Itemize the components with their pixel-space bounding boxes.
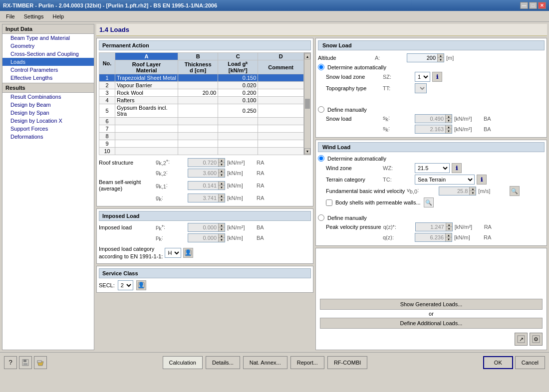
gk2star-input[interactable] — [188, 159, 218, 167]
gk2star-up[interactable]: ▲ — [219, 159, 225, 163]
terrain-select[interactable]: Sea Terrain Open Country Suburban City — [415, 175, 475, 185]
table-scrollbar[interactable]: ▲ ▼ — [304, 52, 311, 155]
gk2-up[interactable]: ▲ — [219, 169, 225, 173]
minimize-button[interactable]: — — [520, 2, 528, 9]
menu-settings[interactable]: Settings — [20, 12, 48, 20]
gk1-up[interactable]: ▲ — [219, 182, 225, 186]
ok-button[interactable]: OK — [483, 356, 513, 369]
sk-dn[interactable]: ▼ — [446, 129, 452, 133]
gk-input-group[interactable]: ▲▼ — [188, 194, 225, 202]
qz-dn[interactable]: ▼ — [446, 237, 452, 241]
table-row[interactable]: 10 — [99, 148, 304, 155]
qz-star-dn[interactable]: ▼ — [446, 227, 452, 231]
pkstar-input-group[interactable]: ▲▼ — [188, 223, 225, 232]
imposed-category-select[interactable]: H A B C D E F G — [165, 248, 181, 258]
sidebar-item-cross-section[interactable]: Cross-Section and Coupling — [2, 50, 94, 58]
show-generated-loads-button[interactable]: Show Generated Loads... — [320, 299, 543, 310]
table-row[interactable]: 2 Vapour Barrier 0.020 — [99, 82, 304, 89]
scrollbar-down[interactable]: ▼ — [304, 148, 310, 154]
scrollbar-up[interactable]: ▲ — [304, 53, 310, 59]
vb0-search[interactable]: 🔍 — [510, 186, 520, 196]
export-icon[interactable]: ↗ — [515, 333, 528, 346]
imposed-category-info[interactable]: 👤 — [183, 248, 193, 258]
details-button[interactable]: Details... — [206, 356, 240, 369]
body-shells-info[interactable]: 🔍 — [424, 197, 434, 207]
table-row[interactable]: 9 — [99, 140, 304, 148]
close-button[interactable]: ✕ — [538, 2, 546, 9]
help-icon-btn[interactable]: ? — [4, 356, 17, 369]
wind-zone-info[interactable]: ℹ — [452, 163, 462, 173]
sk-input[interactable] — [415, 125, 445, 133]
altitude-dn[interactable]: ▼ — [438, 58, 444, 62]
terrain-info[interactable]: ℹ — [477, 175, 487, 185]
qz-up[interactable]: ▲ — [446, 233, 452, 237]
vb0-up[interactable]: ▲ — [470, 187, 476, 191]
table-row[interactable]: 7 — [99, 125, 304, 133]
sk-star-up[interactable]: ▲ — [446, 115, 452, 119]
wind-auto-radio[interactable] — [318, 155, 324, 162]
snow-auto-radio[interactable] — [318, 64, 324, 70]
body-shells-checkbox[interactable] — [326, 199, 332, 206]
table-row[interactable]: 6 — [99, 118, 304, 125]
cancel-button[interactable]: Cancel — [515, 356, 545, 369]
menu-file[interactable]: File — [2, 12, 19, 20]
secl-select[interactable]: 2 1 3 — [118, 280, 133, 290]
gk2star-dn[interactable]: ▼ — [219, 163, 225, 167]
gk1-input[interactable] — [188, 182, 218, 190]
sk-star-input-group[interactable]: ▲▼ — [415, 114, 452, 123]
altitude-input[interactable] — [407, 54, 437, 62]
sk-star-dn[interactable]: ▼ — [446, 119, 452, 123]
secl-info[interactable]: 👤 — [136, 280, 146, 290]
sk-input-group[interactable]: ▲▼ — [415, 125, 452, 134]
sidebar-item-beam-type[interactable]: Beam Type and Material — [2, 34, 94, 42]
pk-up[interactable]: ▲ — [219, 234, 225, 238]
sidebar-item-deformations[interactable]: Deformations — [2, 133, 94, 141]
sidebar-item-geometry[interactable]: Geometry — [2, 42, 94, 50]
snow-manual-radio[interactable] — [318, 106, 324, 113]
qz-star-input[interactable] — [416, 223, 446, 231]
sidebar-item-design-by-span[interactable]: Design by Span — [2, 109, 94, 117]
gk1-input-group[interactable]: ▲▼ — [188, 181, 225, 190]
gk-input[interactable] — [188, 194, 218, 202]
define-additional-loads-button[interactable]: Define Additional Loads... — [320, 318, 543, 329]
altitude-input-group[interactable]: ▲▼ — [407, 53, 444, 62]
calculation-button[interactable]: Calculation — [163, 356, 203, 369]
gk2-input[interactable] — [188, 169, 218, 177]
pk-dn[interactable]: ▼ — [219, 238, 225, 242]
save-icon-btn[interactable] — [19, 356, 32, 369]
sidebar-item-design-by-location[interactable]: Design by Location X — [2, 117, 94, 125]
menu-help[interactable]: Help — [48, 12, 68, 20]
vb0-input[interactable] — [439, 187, 469, 195]
sidebar-item-design-by-beam[interactable]: Design by Beam — [2, 101, 94, 109]
gk2star-input-group[interactable]: ▲▼ — [188, 158, 225, 167]
vb0-input-group[interactable]: ▲▼ — [439, 187, 476, 196]
gk-up[interactable]: ▲ — [219, 194, 225, 198]
gk2-dn[interactable]: ▼ — [219, 173, 225, 177]
snow-zone-select[interactable]: 1 2 3 — [415, 72, 430, 82]
sidebar-item-support-forces[interactable]: Support Forces — [2, 125, 94, 133]
wind-zone-select[interactable]: 21.5 22.5 23.5 — [415, 163, 450, 173]
topography-select[interactable] — [415, 83, 427, 93]
table-row[interactable]: 1 Trapezoidal Sheet Metal 0.150 — [99, 74, 304, 82]
gk-dn[interactable]: ▼ — [219, 198, 225, 202]
open-icon-btn[interactable] — [34, 356, 47, 369]
qz-input-group[interactable]: ▲▼ — [415, 233, 452, 242]
pkstar-dn[interactable]: ▼ — [219, 227, 225, 231]
sk-star-input[interactable] — [415, 115, 445, 123]
sk-up[interactable]: ▲ — [446, 125, 452, 129]
rf-combi-button[interactable]: RF-COMBI — [327, 356, 367, 369]
wind-manual-radio[interactable] — [318, 214, 324, 221]
qz-input[interactable] — [415, 233, 445, 241]
gk2-input-group[interactable]: ▲▼ — [188, 169, 225, 178]
sidebar-item-control-params[interactable]: Control Parameters — [2, 66, 94, 74]
qz-star-up[interactable]: ▲ — [446, 223, 452, 227]
settings-icon[interactable]: ⚙ — [530, 333, 543, 346]
sidebar-item-effective-lengths[interactable]: Effective Lengths — [2, 74, 94, 82]
maximize-button[interactable]: □ — [529, 2, 537, 9]
pkstar-up[interactable]: ▲ — [219, 223, 225, 227]
sidebar-item-loads[interactable]: Loads — [2, 58, 94, 66]
pkstar-input[interactable] — [188, 223, 218, 231]
table-row[interactable]: 4 Rafters 0.100 — [99, 97, 304, 104]
report-button[interactable]: Report... — [290, 356, 324, 369]
altitude-up[interactable]: ▲ — [438, 54, 444, 58]
